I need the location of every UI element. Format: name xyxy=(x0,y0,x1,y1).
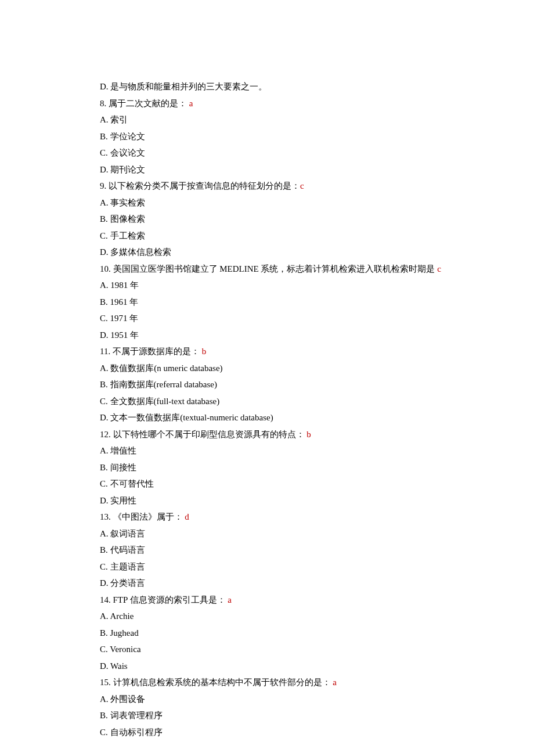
body-text: C. 不可替代性 xyxy=(100,479,154,488)
body-text: D. Wais xyxy=(100,661,128,671)
text-line: C. 不可替代性 xyxy=(100,476,482,492)
body-text: D. 期刊论文 xyxy=(100,165,145,174)
body-text: C. 1971 年 xyxy=(100,314,138,323)
text-line: B. 代码语言 xyxy=(100,542,482,559)
text-line: 14. FTP 信息资源的索引工具是： a xyxy=(100,592,482,609)
text-line: A. 事实检索 xyxy=(100,195,482,211)
text-line: A. 外围设备 xyxy=(100,691,482,708)
body-text: B. 1961 年 xyxy=(100,297,138,307)
text-line: 9. 以下检索分类不属于按查询信息的特征划分的是：c xyxy=(100,178,482,195)
answer-text: a xyxy=(228,595,232,604)
body-text: A. 1981 年 xyxy=(100,280,139,290)
body-text: D. 是与物质和能量相并列的三大要素之一。 xyxy=(100,82,267,91)
text-line: A. 索引 xyxy=(100,111,482,128)
answer-text: d xyxy=(185,512,189,521)
body-text: 13. 《中图法》属于： xyxy=(100,512,185,521)
body-text: C. 主题语言 xyxy=(100,562,145,571)
text-line: 12. 以下特性哪个不属于印刷型信息资源具有的特点： b xyxy=(100,426,482,443)
answer-text: a xyxy=(333,678,337,687)
body-text: D. 实用性 xyxy=(100,496,136,505)
text-line: C. 主题语言 xyxy=(100,559,482,575)
text-line: D. 实用性 xyxy=(100,492,482,509)
text-line: C. 全文数据库(full-text database) xyxy=(100,393,482,410)
body-text: C. 自动标引程序 xyxy=(100,728,163,737)
body-text: D. 文本一数值数据库(textual-numeric database) xyxy=(100,413,273,422)
body-text: D. 多媒体信息检索 xyxy=(100,247,171,257)
text-line: D. 期刊论文 xyxy=(100,161,482,178)
answer-text: b xyxy=(202,347,207,356)
text-line: 11. 不属于源数据库的是： b xyxy=(100,343,482,360)
answer-text: b xyxy=(306,430,311,439)
answer-text: c xyxy=(300,181,304,190)
body-text: 11. 不属于源数据库的是： xyxy=(100,347,202,356)
body-text: A. 增值性 xyxy=(100,446,136,455)
body-text: 12. 以下特性哪个不属于印刷型信息资源具有的特点： xyxy=(100,430,306,439)
text-line: B. 指南数据库(referral database) xyxy=(100,376,482,393)
answer-text: a xyxy=(189,99,193,108)
body-text: B. Jughead xyxy=(100,628,139,638)
text-line: B. Jughead xyxy=(100,625,482,642)
text-line: D. 1951 年 xyxy=(100,327,482,344)
text-line: D. Wais xyxy=(100,658,482,675)
text-line: D. 文本一数值数据库(textual-numeric database) xyxy=(100,409,482,426)
body-text: B. 代码语言 xyxy=(100,545,145,555)
body-text: A. 叙词语言 xyxy=(100,529,145,538)
text-line: C. 1971 年 xyxy=(100,310,482,327)
body-text: 9. 以下检索分类不属于按查询信息的特征划分的是： xyxy=(100,181,300,190)
text-line: C. 手工检索 xyxy=(100,228,482,244)
text-line: 10. 美国国立医学图书馆建立了 MEDLINE 系统，标志着计算机检索进入联机… xyxy=(100,261,482,278)
text-line: D. 分类语言 xyxy=(100,575,482,592)
text-line: D. 是与物质和能量相并列的三大要素之一。 xyxy=(100,78,482,95)
answer-text: c xyxy=(437,264,441,273)
text-line: A. 数值数据库(n umeric database) xyxy=(100,360,482,377)
text-line: C. 自动标引程序 xyxy=(100,724,482,741)
body-text: C. 会议论文 xyxy=(100,148,145,157)
text-line: A. Archie xyxy=(100,608,482,625)
body-text: B. 学位论文 xyxy=(100,132,145,141)
body-text: B. 指南数据库(referral database) xyxy=(100,380,217,389)
text-line: B. 间接性 xyxy=(100,459,482,476)
text-line: B. 1961 年 xyxy=(100,294,482,311)
text-line: B. 词表管理程序 xyxy=(100,707,482,724)
body-text: A. Archie xyxy=(100,611,134,621)
text-line: A. 增值性 xyxy=(100,442,482,459)
body-text: 8. 属于二次文献的是： xyxy=(100,99,189,108)
text-line: 8. 属于二次文献的是： a xyxy=(100,95,482,112)
body-text: 10. 美国国立医学图书馆建立了 MEDLINE 系统，标志着计算机检索进入联机… xyxy=(100,264,437,273)
text-line: A. 叙词语言 xyxy=(100,525,482,542)
body-text: D. 1951 年 xyxy=(100,330,139,340)
body-text: B. 间接性 xyxy=(100,463,136,472)
body-text: C. 全文数据库(full-text database) xyxy=(100,397,219,406)
body-text: A. 数值数据库(n umeric database) xyxy=(100,363,223,373)
body-text: B. 图像检索 xyxy=(100,214,145,224)
body-text: 14. FTP 信息资源的索引工具是： xyxy=(100,595,228,604)
text-line: B. 图像检索 xyxy=(100,211,482,228)
text-line: D. 多媒体信息检索 xyxy=(100,244,482,261)
body-text: C. 手工检索 xyxy=(100,231,145,240)
text-line: A. 1981 年 xyxy=(100,277,482,294)
body-text: 15. 计算机信息检索系统的基本结构中不属于软件部分的是： xyxy=(100,678,333,687)
text-line: 13. 《中图法》属于： d xyxy=(100,509,482,525)
body-text: D. 分类语言 xyxy=(100,578,145,588)
body-text: A. 事实检索 xyxy=(100,198,145,207)
body-text: B. 词表管理程序 xyxy=(100,711,163,720)
body-text: C. Veronica xyxy=(100,645,141,654)
text-line: C. Veronica xyxy=(100,641,482,658)
body-text: A. 外围设备 xyxy=(100,694,145,704)
text-line: B. 学位论文 xyxy=(100,128,482,145)
text-line: C. 会议论文 xyxy=(100,145,482,161)
body-text: A. 索引 xyxy=(100,115,128,124)
document-body: D. 是与物质和能量相并列的三大要素之一。8. 属于二次文献的是： aA. 索引… xyxy=(0,0,534,756)
text-line: 15. 计算机信息检索系统的基本结构中不属于软件部分的是： a xyxy=(100,674,482,691)
